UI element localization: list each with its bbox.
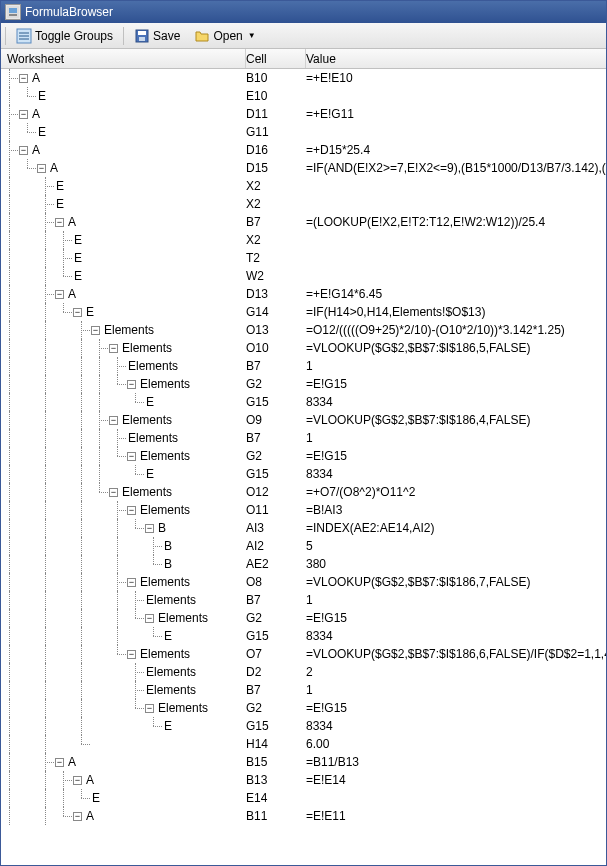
collapse-icon[interactable]: [55, 758, 64, 767]
tree-guide: [19, 375, 37, 393]
tree-row[interactable]: AB15=B11/B13: [1, 753, 606, 771]
collapse-icon[interactable]: [127, 578, 136, 587]
tree-connector: [55, 249, 73, 267]
tree-row[interactable]: EG158334: [1, 393, 606, 411]
collapse-icon[interactable]: [73, 308, 82, 317]
tree-row[interactable]: AB13=E!E14: [1, 771, 606, 789]
tree-guide: [109, 591, 127, 609]
tree-row[interactable]: EX2: [1, 195, 606, 213]
tree-row[interactable]: ElementsO11=B!AI3: [1, 501, 606, 519]
collapse-icon[interactable]: [127, 452, 136, 461]
collapse-icon[interactable]: [127, 650, 136, 659]
collapse-icon[interactable]: [55, 290, 64, 299]
tree-row[interactable]: EG158334: [1, 717, 606, 735]
tree-row[interactable]: EX2: [1, 231, 606, 249]
tree-row[interactable]: ElementsD22: [1, 663, 606, 681]
tree-row[interactable]: ElementsO13=O12/(((((O9+25)*2/10)-(O10*2…: [1, 321, 606, 339]
tree-row[interactable]: ElementsG2=E!G15: [1, 375, 606, 393]
collapse-icon[interactable]: [109, 488, 118, 497]
tree-row[interactable]: ElementsO8=VLOOKUP($G$2,$B$7:$I$186,7,FA…: [1, 573, 606, 591]
tree-row[interactable]: ElementsG2=E!G15: [1, 699, 606, 717]
tree-row[interactable]: ET2: [1, 249, 606, 267]
tree-row[interactable]: ElementsB71: [1, 357, 606, 375]
tree-guide: [37, 537, 55, 555]
tree-connector: [1, 141, 19, 159]
worksheet-label: Elements: [140, 647, 190, 661]
tree-guide: [91, 573, 109, 591]
tree-guide: [73, 483, 91, 501]
tree-row[interactable]: BAE2380: [1, 555, 606, 573]
cell-ref: D11: [246, 107, 306, 121]
open-button[interactable]: Open ▼: [190, 26, 259, 46]
tree-row[interactable]: EE10: [1, 87, 606, 105]
cell-value: 2: [306, 665, 606, 679]
tree-row[interactable]: ElementsB71: [1, 681, 606, 699]
tree-row[interactable]: ElementsO10=VLOOKUP($G$2,$B$7:$I$186,5,F…: [1, 339, 606, 357]
tree-row[interactable]: ElementsO9=VLOOKUP($G$2,$B$7:$I$186,4,FA…: [1, 411, 606, 429]
collapse-icon[interactable]: [109, 416, 118, 425]
collapse-icon[interactable]: [145, 524, 154, 533]
toggle-groups-label: Toggle Groups: [35, 29, 113, 43]
tree-row[interactable]: AD11=+E!G11: [1, 105, 606, 123]
tree-connector: [127, 663, 145, 681]
formula-tree[interactable]: AB10=+E!E10EE10AD11=+E!G11EG11AD16=+D15*…: [1, 69, 606, 865]
tree-guide: [73, 429, 91, 447]
tree-row[interactable]: ElementsB71: [1, 429, 606, 447]
tree-row[interactable]: AB10=+E!E10: [1, 69, 606, 87]
worksheet-label: A: [32, 107, 40, 121]
worksheet-label: Elements: [122, 413, 172, 427]
tree-row[interactable]: ElementsG2=E!G15: [1, 609, 606, 627]
tree-row[interactable]: EG158334: [1, 627, 606, 645]
collapse-icon[interactable]: [127, 380, 136, 389]
tree-row[interactable]: ElementsO12=+O7/(O8^2)*O11^2: [1, 483, 606, 501]
tree-row[interactable]: AD13=+E!G14*6.45: [1, 285, 606, 303]
cell-value: =+E!E10: [306, 71, 606, 85]
cell-ref: AI3: [246, 521, 306, 535]
tree-row[interactable]: EG11: [1, 123, 606, 141]
tree-guide: [109, 393, 127, 411]
worksheet-label: Elements: [128, 431, 178, 445]
chevron-down-icon: ▼: [248, 31, 256, 40]
header-value[interactable]: Value: [306, 49, 606, 68]
collapse-icon[interactable]: [145, 614, 154, 623]
tree-row[interactable]: AD15=IF(AND(E!X2>=7,E!X2<=9),(B15*1000/D…: [1, 159, 606, 177]
header-cell[interactable]: Cell: [246, 49, 306, 68]
tree-row[interactable]: ElementsB71: [1, 591, 606, 609]
tree-row[interactable]: EG14=IF(H14>0,H14,Elements!$O$13): [1, 303, 606, 321]
collapse-icon[interactable]: [19, 146, 28, 155]
tree-row[interactable]: AB11=E!E11: [1, 807, 606, 825]
collapse-icon[interactable]: [145, 704, 154, 713]
toggle-groups-button[interactable]: Toggle Groups: [12, 26, 117, 46]
tree-row[interactable]: ElementsO7=VLOOKUP($G$2,$B$7:$I$186,6,FA…: [1, 645, 606, 663]
collapse-icon[interactable]: [37, 164, 46, 173]
tree-row[interactable]: AB7=(LOOKUP(E!X2,E!T2:T12,E!W2:W12))/25.…: [1, 213, 606, 231]
collapse-icon[interactable]: [73, 812, 82, 821]
header-worksheet[interactable]: Worksheet: [1, 49, 246, 68]
collapse-icon[interactable]: [55, 218, 64, 227]
tree-guide: [19, 537, 37, 555]
collapse-icon[interactable]: [73, 776, 82, 785]
tree-row[interactable]: AD16=+D15*25.4: [1, 141, 606, 159]
tree-guide: [37, 627, 55, 645]
cell-value: =IF(H14>0,H14,Elements!$O$13): [306, 305, 606, 319]
tree-row[interactable]: EX2: [1, 177, 606, 195]
tree-row[interactable]: BAI3=INDEX(AE2:AE14,AI2): [1, 519, 606, 537]
tree-row[interactable]: H146.00: [1, 735, 606, 753]
collapse-icon[interactable]: [19, 74, 28, 83]
collapse-icon[interactable]: [91, 326, 100, 335]
tree-guide: [19, 681, 37, 699]
tree-row[interactable]: EW2: [1, 267, 606, 285]
collapse-icon[interactable]: [127, 506, 136, 515]
tree-guide: [19, 213, 37, 231]
worksheet-label: A: [50, 161, 58, 175]
collapse-icon[interactable]: [19, 110, 28, 119]
tree-row[interactable]: BAI25: [1, 537, 606, 555]
collapse-icon[interactable]: [109, 344, 118, 353]
cell-ref: G11: [246, 125, 306, 139]
tree-row[interactable]: EE14: [1, 789, 606, 807]
save-button[interactable]: Save: [130, 26, 184, 46]
tree-guide: [55, 735, 73, 753]
tree-row[interactable]: ElementsG2=E!G15: [1, 447, 606, 465]
tree-row[interactable]: EG158334: [1, 465, 606, 483]
tree-guide: [37, 429, 55, 447]
